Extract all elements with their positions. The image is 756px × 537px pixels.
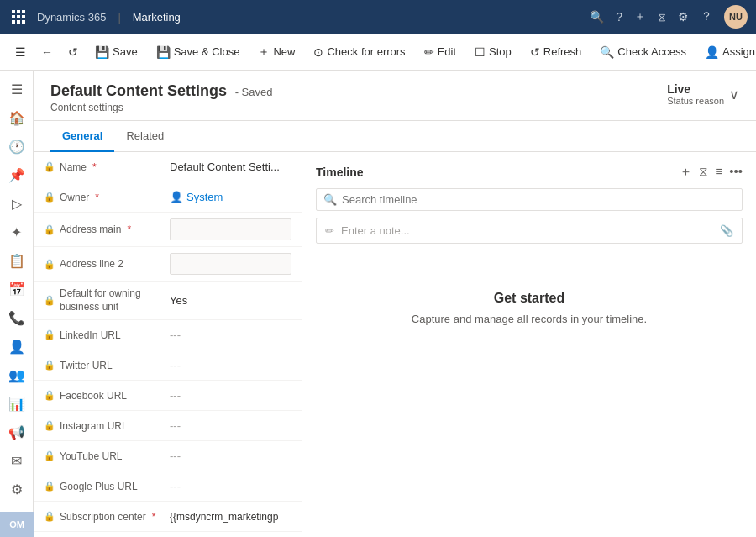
edit-button[interactable]: ✏ Edit xyxy=(416,40,465,64)
field-label-googleplus: 🔒 Google Plus URL xyxy=(44,481,170,492)
question-icon[interactable]: ？ xyxy=(701,9,712,24)
field-value-name[interactable]: Default Content Setti... xyxy=(170,161,291,173)
search-timeline-input[interactable] xyxy=(342,193,735,206)
settings-icon[interactable]: ⚙ xyxy=(678,10,689,24)
timeline-list-icon[interactable]: ≡ xyxy=(715,164,722,180)
help-icon[interactable]: ? xyxy=(616,10,622,24)
timeline-header: Timeline ＋ ⧖ ≡ ••• xyxy=(316,164,743,180)
status-chevron-icon[interactable]: ∨ xyxy=(729,87,739,103)
status-label: Live xyxy=(667,82,724,96)
field-label-twitter: 🔒 Twitter URL xyxy=(44,360,170,371)
status-info: Live Status reason xyxy=(667,82,724,106)
lock-icon-youtube: 🔒 xyxy=(44,450,55,461)
timeline-search-bar[interactable]: 🔍 xyxy=(316,188,743,211)
lock-icon-googleplus: 🔒 xyxy=(44,481,55,492)
saved-indicator: - Saved xyxy=(235,86,273,98)
svg-rect-0 xyxy=(12,10,15,13)
refresh-nav-button[interactable]: ↺ xyxy=(61,40,85,64)
top-nav-icons: 🔍 ? ＋ ⧖ ⚙ ？ NU xyxy=(590,5,748,29)
sidebar-item-star[interactable]: ✦ xyxy=(2,220,32,245)
attach-icon[interactable]: 📎 xyxy=(720,224,733,237)
sidebar-item-team[interactable]: 👥 xyxy=(2,362,32,387)
sidebar-item-email[interactable]: ✉ xyxy=(2,448,32,473)
sidebar-item-calendar[interactable]: 📅 xyxy=(2,277,32,303)
waffle-icon[interactable] xyxy=(8,7,29,27)
field-facebook: 🔒 Facebook URL --- xyxy=(34,381,302,411)
note-input-area[interactable]: ✏ Enter a note... 📎 xyxy=(316,218,743,244)
tab-related[interactable]: Related xyxy=(114,121,176,152)
sidebar-item-play[interactable]: ▷ xyxy=(2,192,32,217)
sidebar-item-marketing[interactable]: 📢 xyxy=(2,419,32,445)
sidebar-item-pinned[interactable]: 📌 xyxy=(2,163,32,188)
back-button[interactable]: ← xyxy=(34,40,60,64)
timeline-add-icon[interactable]: ＋ xyxy=(680,164,692,180)
sidebar-item-recent[interactable]: 🕐 xyxy=(2,134,32,160)
menu-toggle-button[interactable]: ☰ xyxy=(8,40,33,64)
field-default-owning: 🔒 Default for owning business unit Yes xyxy=(34,282,302,320)
field-owner: 🔒 Owner * 👤 System xyxy=(34,182,302,213)
lock-icon-subscription: 🔒 xyxy=(44,511,55,522)
app-module-label[interactable]: Marketing xyxy=(133,11,181,24)
save-icon: 💾 xyxy=(95,45,109,59)
user-avatar[interactable]: NU xyxy=(724,5,748,29)
field-label-address2: 🔒 Address line 2 xyxy=(44,258,170,270)
svg-rect-7 xyxy=(17,20,20,24)
sidebar-item-menu[interactable]: ☰ xyxy=(2,77,32,103)
save-button[interactable]: 💾 Save xyxy=(87,40,146,64)
sidebar-item-phone[interactable]: 📞 xyxy=(2,306,32,331)
field-name: 🔒 Name * Default Content Setti... xyxy=(34,152,302,182)
label-text: Name xyxy=(60,161,87,173)
sidebar-item-home[interactable]: 🏠 xyxy=(2,106,32,131)
svg-rect-8 xyxy=(22,20,25,24)
field-value-instagram[interactable]: --- xyxy=(170,419,291,432)
save-close-icon: 💾 xyxy=(156,45,171,59)
lock-icon-facebook: 🔒 xyxy=(44,390,55,401)
tab-general[interactable]: General xyxy=(50,121,114,152)
field-label-subscription: 🔒 Subscription center * xyxy=(44,511,170,523)
field-value-address2[interactable] xyxy=(170,253,291,275)
om-bar[interactable]: OM xyxy=(0,512,34,537)
timeline-filter-icon[interactable]: ⧖ xyxy=(699,164,708,180)
lock-icon-twitter: 🔒 xyxy=(44,360,55,371)
field-value-default-owning[interactable]: Yes xyxy=(170,294,291,307)
field-value-youtube[interactable]: --- xyxy=(170,450,291,462)
lock-icon-owner: 🔒 xyxy=(44,192,55,203)
field-googleplus: 🔒 Google Plus URL --- xyxy=(34,471,302,502)
app-name-label[interactable]: Dynamics 365 xyxy=(37,11,106,24)
lock-icon: 🔒 xyxy=(44,161,55,172)
new-button[interactable]: ＋ New xyxy=(249,39,303,65)
refresh-button[interactable]: ↺ Refresh xyxy=(522,40,591,64)
label-text-googleplus: Google Plus URL xyxy=(60,481,138,492)
field-value-subscription[interactable]: {{msdyncrm_marketingp xyxy=(170,511,291,523)
record-name: Default Content Settings xyxy=(50,82,227,99)
field-value-address-main[interactable] xyxy=(170,218,291,240)
record-header: Default Content Settings - Saved Content… xyxy=(34,71,756,121)
top-nav-bar: Dynamics 365 | Marketing 🔍 ? ＋ ⧖ ⚙ ？ NU xyxy=(0,0,756,34)
field-value-linkedin[interactable]: --- xyxy=(170,329,291,341)
sidebar-item-settings2[interactable]: ⚙ xyxy=(2,476,32,502)
status-section[interactable]: Live Status reason ∨ xyxy=(667,82,739,106)
sidebar-item-contacts[interactable]: 👤 xyxy=(2,334,32,359)
filter-icon[interactable]: ⧖ xyxy=(658,10,666,24)
lock-icon-default: 🔒 xyxy=(44,295,55,306)
check-for-errors-button[interactable]: ⊙ Check for errors xyxy=(305,40,413,64)
timeline-panel: Timeline ＋ ⧖ ≡ ••• 🔍 ✏ xyxy=(302,152,756,537)
assign-button[interactable]: 👤 Assign xyxy=(696,40,756,64)
svg-rect-3 xyxy=(12,15,15,18)
new-record-icon[interactable]: ＋ xyxy=(634,9,646,24)
record-title-area: Default Content Settings - Saved Content… xyxy=(50,82,272,113)
stop-button[interactable]: ☐ Stop xyxy=(466,40,520,64)
new-icon: ＋ xyxy=(258,45,270,60)
timeline-more-icon[interactable]: ••• xyxy=(729,164,743,180)
field-label-facebook: 🔒 Facebook URL xyxy=(44,390,170,402)
field-label-default-owning: 🔒 Default for owning business unit xyxy=(44,287,170,313)
field-value-twitter[interactable]: --- xyxy=(170,359,291,371)
field-value-facebook[interactable]: --- xyxy=(170,389,291,402)
sidebar-item-entities[interactable]: 📋 xyxy=(2,249,32,274)
search-icon[interactable]: 🔍 xyxy=(590,10,604,24)
save-close-button[interactable]: 💾 Save & Close xyxy=(148,40,249,64)
sidebar-item-analytics[interactable]: 📊 xyxy=(2,391,32,416)
field-value-googleplus[interactable]: --- xyxy=(170,480,291,492)
field-value-owner[interactable]: 👤 System xyxy=(170,191,291,203)
check-access-button[interactable]: 🔍 Check Access xyxy=(591,40,695,64)
